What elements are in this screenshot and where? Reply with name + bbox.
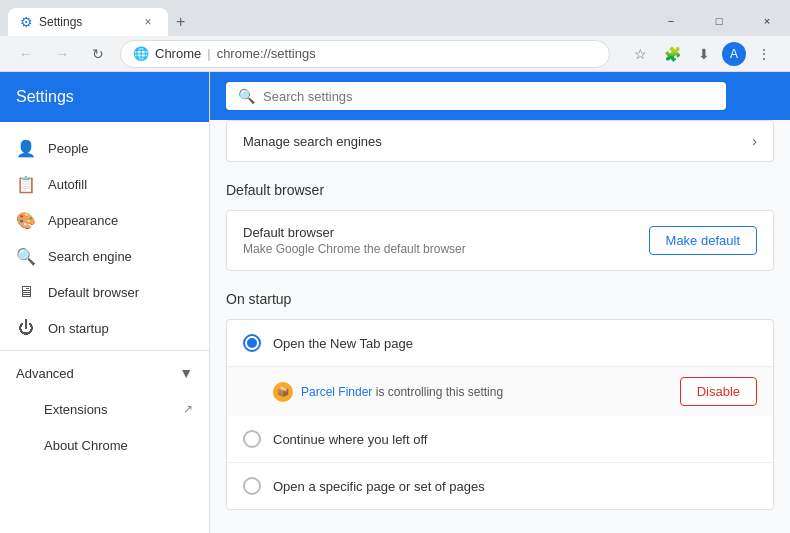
back-button[interactable]: ← — [12, 40, 40, 68]
advanced-bottom-button[interactable]: Advanced ▼ — [226, 526, 774, 533]
address-separator: | — [207, 46, 210, 61]
maximize-button[interactable]: □ — [696, 6, 742, 36]
sidebar-advanced-section[interactable]: Advanced ▼ — [0, 355, 209, 391]
sidebar-item-label: Default browser — [48, 285, 139, 300]
minimize-button[interactable]: − — [648, 6, 694, 36]
menu-button[interactable]: ⋮ — [750, 40, 778, 68]
sidebar-item-label: People — [48, 141, 88, 156]
extension-button[interactable]: 🧩 — [658, 40, 686, 68]
startup-option-new-tab-label: Open the New Tab page — [273, 336, 757, 351]
search-bar-area: 🔍 — [210, 72, 790, 120]
parcel-finder-icon: 📦 — [273, 382, 293, 402]
sidebar-item-autofill[interactable]: 📋 Autofill — [0, 166, 209, 202]
sidebar-divider — [0, 350, 209, 351]
about-chrome-label: About Chrome — [44, 438, 128, 453]
sidebar-item-label: Search engine — [48, 249, 132, 264]
default-browser-label-group: Default browser Make Google Chrome the d… — [243, 225, 466, 256]
chevron-down-icon: ▼ — [179, 365, 193, 381]
autofill-icon: 📋 — [16, 175, 36, 194]
default-browser-subtitle: Make Google Chrome the default browser — [243, 242, 466, 256]
sidebar-item-default-browser[interactable]: 🖥 Default browser — [0, 274, 209, 310]
on-startup-icon: ⏻ — [16, 319, 36, 337]
radio-specific-page[interactable] — [243, 477, 261, 495]
sidebar-item-search-engine[interactable]: 🔍 Search engine — [0, 238, 209, 274]
controlling-text: Parcel Finder is controlling this settin… — [301, 385, 672, 399]
sidebar-nav: 👤 People 📋 Autofill 🎨 Appearance 🔍 Searc… — [0, 122, 209, 471]
startup-option-new-tab[interactable]: Open the New Tab page — [227, 320, 773, 366]
address-path: chrome://settings — [217, 46, 316, 61]
tab-title: Settings — [39, 15, 82, 29]
default-browser-card: Default browser Make Google Chrome the d… — [226, 210, 774, 271]
tab-close-button[interactable]: × — [140, 14, 156, 30]
sidebar-item-label: Autofill — [48, 177, 87, 192]
startup-option-continue[interactable]: Continue where you left off — [227, 416, 773, 462]
forward-button[interactable]: → — [48, 40, 76, 68]
default-browser-title: Default browser — [243, 225, 466, 240]
on-startup-section-header: On startup — [226, 287, 774, 311]
bookmark-button[interactable]: ☆ — [626, 40, 654, 68]
startup-option-continue-label: Continue where you left off — [273, 432, 757, 447]
search-input[interactable] — [263, 89, 714, 104]
main-layout: Settings 👤 People 📋 Autofill 🎨 Appearanc… — [0, 72, 790, 533]
address-bar: ← → ↻ 🌐 Chrome | chrome://settings ☆ 🧩 ⬇… — [0, 36, 790, 72]
startup-option-specific-page[interactable]: Open a specific page or set of pages — [227, 462, 773, 509]
sidebar: Settings 👤 People 📋 Autofill 🎨 Appearanc… — [0, 72, 210, 533]
disable-button[interactable]: Disable — [680, 377, 757, 406]
content-scroll: Manage search engines › Default browser … — [210, 120, 790, 533]
make-default-button[interactable]: Make default — [649, 226, 757, 255]
avatar[interactable]: A — [722, 42, 746, 66]
manage-search-engines-label: Manage search engines — [243, 134, 382, 149]
close-button[interactable]: × — [744, 6, 790, 36]
startup-option-specific-page-label: Open a specific page or set of pages — [273, 479, 757, 494]
window-controls: − □ × — [648, 6, 790, 36]
default-browser-icon: 🖥 — [16, 283, 36, 301]
sidebar-title: Settings — [0, 72, 209, 122]
startup-options-card: Open the New Tab page 📦 Parcel Finder is… — [226, 319, 774, 510]
radio-continue[interactable] — [243, 430, 261, 448]
people-icon: 👤 — [16, 139, 36, 158]
advanced-label: Advanced — [16, 366, 74, 381]
extensions-label: Extensions — [44, 402, 108, 417]
sidebar-item-about-chrome[interactable]: About Chrome — [0, 427, 209, 463]
content-area: 🔍 Manage search engines › Default browse… — [210, 72, 790, 533]
sidebar-item-on-startup[interactable]: ⏻ On startup — [0, 310, 209, 346]
download-button[interactable]: ⬇ — [690, 40, 718, 68]
sidebar-item-people[interactable]: 👤 People — [0, 130, 209, 166]
manage-search-engines-arrow: › — [752, 133, 757, 149]
controlling-text-post: is controlling this setting — [376, 385, 503, 399]
reload-button[interactable]: ↻ — [84, 40, 112, 68]
tab-favicon: ⚙ — [20, 14, 33, 30]
default-browser-row: Default browser Make Google Chrome the d… — [227, 211, 773, 270]
settings-tab[interactable]: ⚙ Settings × — [8, 8, 168, 36]
external-link-icon: ↗ — [183, 402, 193, 416]
sidebar-item-appearance[interactable]: 🎨 Appearance — [0, 202, 209, 238]
address-icon: 🌐 — [133, 46, 149, 61]
radio-new-tab[interactable] — [243, 334, 261, 352]
manage-search-engines-row[interactable]: Manage search engines › — [226, 120, 774, 162]
search-engine-icon: 🔍 — [16, 247, 36, 266]
appearance-icon: 🎨 — [16, 211, 36, 230]
sidebar-item-label: On startup — [48, 321, 109, 336]
address-host: Chrome — [155, 46, 201, 61]
sidebar-item-extensions[interactable]: Extensions ↗ — [0, 391, 209, 427]
parcel-finder-row: 📦 Parcel Finder is controlling this sett… — [227, 366, 773, 416]
sidebar-item-label: Appearance — [48, 213, 118, 228]
tab-bar: ⚙ Settings × + − □ × — [0, 0, 790, 36]
default-browser-section-header: Default browser — [226, 178, 774, 202]
address-input[interactable]: 🌐 Chrome | chrome://settings — [120, 40, 610, 68]
search-icon: 🔍 — [238, 88, 255, 104]
search-bar[interactable]: 🔍 — [226, 82, 726, 110]
new-tab-button[interactable]: + — [168, 8, 193, 36]
parcel-finder-link[interactable]: Parcel Finder — [301, 385, 372, 399]
toolbar-icons: ☆ 🧩 ⬇ A ⋮ — [626, 40, 778, 68]
